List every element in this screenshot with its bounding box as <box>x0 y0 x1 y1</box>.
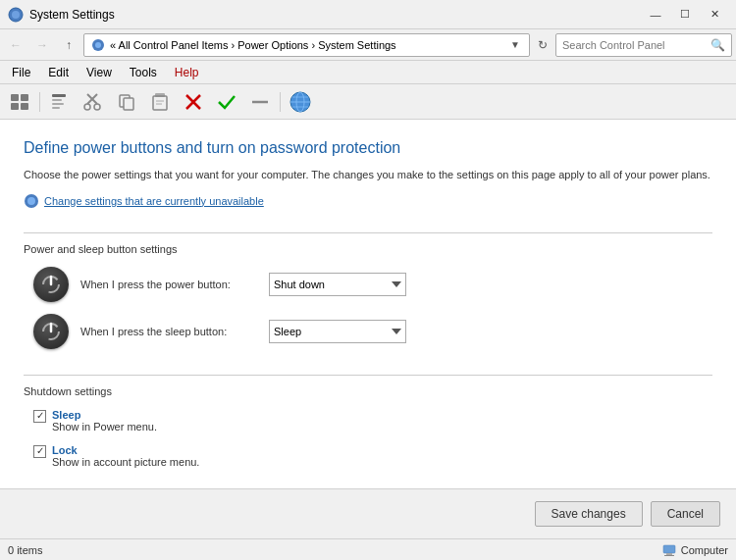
cancel-button[interactable]: Cancel <box>651 501 720 527</box>
section-divider-2 <box>24 375 712 376</box>
refresh-button[interactable]: ↻ <box>533 35 552 55</box>
address-dropdown-icon[interactable]: ▼ <box>507 39 523 50</box>
button-settings: When I press the power button: Shut down… <box>24 267 712 349</box>
shutdown-section: Sleep Show in Power menu. Lock Show in a… <box>24 409 712 480</box>
content-area: Define power buttons and turn on passwor… <box>0 120 736 488</box>
toolbar-cut-button[interactable] <box>78 88 109 116</box>
minimize-button[interactable]: — <box>642 5 669 25</box>
svg-rect-11 <box>52 107 60 109</box>
svg-rect-9 <box>52 99 62 101</box>
power-button-label: When I press the power button: <box>80 279 257 290</box>
menu-file[interactable]: File <box>4 64 38 81</box>
power-svg <box>40 274 62 295</box>
status-bar: 0 items Computer <box>0 538 736 560</box>
svg-rect-10 <box>52 103 64 105</box>
svg-rect-6 <box>11 103 19 110</box>
maximize-button[interactable]: ☐ <box>671 5 699 25</box>
lock-checkbox[interactable] <box>33 445 46 458</box>
toolbar-properties-button[interactable] <box>44 88 76 116</box>
menu-view[interactable]: View <box>79 64 120 81</box>
page-title: Define power buttons and turn on passwor… <box>24 139 712 157</box>
sleep-button-row: When I press the sleep button: Sleep Shu… <box>33 314 712 349</box>
close-button[interactable]: ✕ <box>701 5 728 25</box>
section-divider-1 <box>24 232 712 233</box>
forward-button[interactable]: → <box>30 33 54 57</box>
sleep-button-select[interactable]: Sleep Shut down Hibernate Do nothing Tur… <box>269 320 406 343</box>
search-box[interactable]: 🔍 <box>555 33 732 57</box>
svg-rect-19 <box>153 96 167 110</box>
toolbar-separator <box>39 92 40 112</box>
sleep-button-label: When I press the sleep button: <box>80 326 257 337</box>
toolbar <box>0 84 736 120</box>
svg-rect-38 <box>664 555 674 556</box>
svg-point-31 <box>27 197 35 205</box>
address-bar[interactable]: « All Control Panel Items › Power Option… <box>83 33 530 57</box>
shutdown-sleep-item: Sleep Show in Power menu. <box>33 409 712 433</box>
sleep-checkbox[interactable] <box>33 410 46 423</box>
change-settings-link[interactable]: Change settings that are currently unava… <box>24 193 712 209</box>
search-icon: 🔍 <box>710 38 725 52</box>
menu-bar: File Edit View Tools Help <box>0 61 736 84</box>
power-button-select[interactable]: Shut down Sleep Hibernate Do nothing Tur… <box>269 273 406 296</box>
svg-point-3 <box>95 42 101 48</box>
change-settings-text: Change settings that are currently unava… <box>44 195 264 207</box>
sleep-item-title: Sleep <box>52 409 157 421</box>
computer-icon <box>661 544 677 556</box>
sleep-button-icon <box>33 314 69 349</box>
lock-item-desc: Show in account picture menu. <box>52 456 199 468</box>
toolbar-delete-button[interactable] <box>178 88 209 116</box>
toolbar-paste-button[interactable] <box>144 88 176 116</box>
shutdown-lock-item: Lock Show in account picture menu. <box>33 444 712 468</box>
address-icon <box>90 37 106 53</box>
page-description: Choose the power settings that you want … <box>24 167 712 183</box>
svg-rect-36 <box>663 545 675 553</box>
status-items-count: 0 items <box>8 544 661 556</box>
sleep-item-desc: Show in Power menu. <box>52 421 157 433</box>
section1-title: Power and sleep button settings <box>24 243 712 255</box>
save-changes-button[interactable]: Save changes <box>535 501 643 527</box>
toolbar-separator-2 <box>280 92 281 112</box>
status-computer-text: Computer <box>681 544 728 556</box>
svg-rect-5 <box>21 94 28 101</box>
svg-rect-8 <box>52 94 66 97</box>
toolbar-organize-button[interactable] <box>4 88 35 116</box>
shield-icon <box>24 193 39 209</box>
window-title: System Settings <box>29 8 642 22</box>
section2-title: Shutdown settings <box>24 385 712 397</box>
svg-rect-4 <box>11 94 19 101</box>
nav-bar: ← → ↑ « All Control Panel Items › Power … <box>0 29 736 61</box>
title-bar: System Settings — ☐ ✕ <box>0 0 736 29</box>
toolbar-minus-button[interactable] <box>244 88 276 116</box>
sleep-item-text: Sleep Show in Power menu. <box>52 409 157 433</box>
svg-point-14 <box>84 104 90 110</box>
svg-point-1 <box>12 11 20 19</box>
svg-rect-37 <box>666 553 672 555</box>
power-button-icon <box>33 267 69 302</box>
menu-tools[interactable]: Tools <box>122 64 165 81</box>
lock-item-title: Lock <box>52 444 199 456</box>
toolbar-check-button[interactable] <box>211 88 242 116</box>
toolbar-copy-button[interactable] <box>111 88 142 116</box>
back-button[interactable]: ← <box>4 33 27 57</box>
address-text: « All Control Panel Items › Power Option… <box>110 39 507 51</box>
up-button[interactable]: ↑ <box>57 33 80 57</box>
svg-rect-7 <box>21 103 28 110</box>
lock-item-text: Lock Show in account picture menu. <box>52 444 199 468</box>
toolbar-globe-button[interactable] <box>285 88 316 116</box>
svg-rect-17 <box>124 98 133 110</box>
svg-point-15 <box>94 104 100 110</box>
status-right: Computer <box>661 544 728 556</box>
sleep-svg <box>40 321 62 342</box>
search-input[interactable] <box>562 39 710 51</box>
menu-help[interactable]: Help <box>167 64 207 81</box>
menu-edit[interactable]: Edit <box>40 64 77 81</box>
power-button-row: When I press the power button: Shut down… <box>33 267 712 302</box>
app-icon <box>8 7 24 23</box>
window-controls: — ☐ ✕ <box>642 5 728 25</box>
bottom-buttons: Save changes Cancel <box>0 488 736 538</box>
